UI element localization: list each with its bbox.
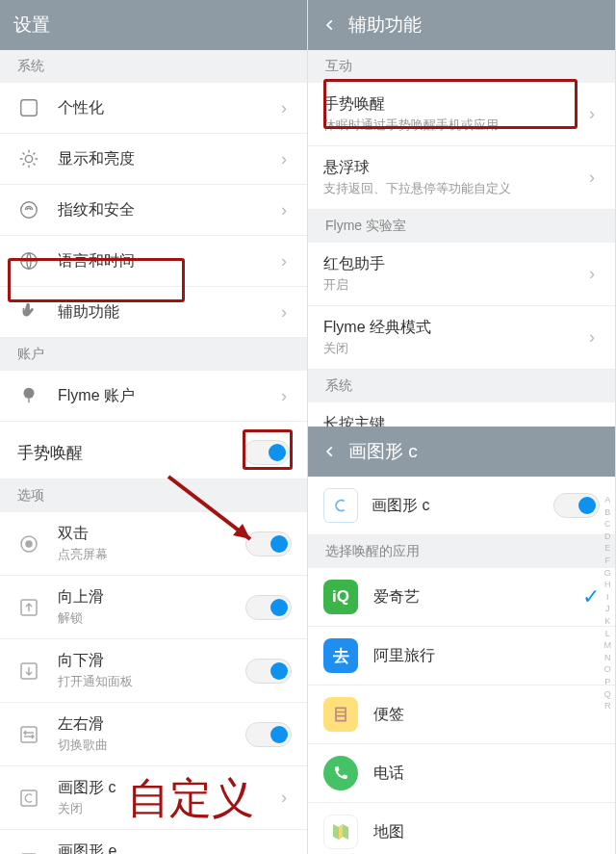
master-toggle[interactable] [244,440,290,465]
row-fingerprint-security[interactable]: 指纹和安全 › [0,185,307,236]
feature-label: 画图形 c [372,496,553,516]
row-flyme-classic[interactable]: Flyme 经典模式 关闭 › [308,306,615,370]
toggle[interactable] [245,595,292,620]
app-name: 爱奇艺 [373,587,582,608]
label: 显示和亮度 [58,149,276,169]
svg-rect-10 [21,727,37,742]
section-header-system: 系统 [0,50,307,83]
hand-icon [15,298,42,325]
label: 辅助功能 [58,302,276,323]
chevron-right-icon: › [276,149,292,169]
draw-e-icon [15,848,42,855]
svg-point-7 [26,541,32,547]
row-gesture-wake[interactable]: 手势唤醒 休眠时通过手势唤醒手机或应用 › [308,83,615,146]
label: Flyme 账户 [58,386,276,406]
title: 手势唤醒 [17,442,83,464]
app-row-iqiyi[interactable]: iQ 爱奇艺 ✓ [308,568,615,627]
toggle[interactable] [245,659,292,684]
chevron-right-icon: › [276,251,292,272]
sublabel: 开启 [323,276,584,294]
brightness-icon [15,145,42,172]
sublabel: 解锁 [58,609,245,627]
label: 红包助手 [323,254,584,274]
svg-point-2 [21,202,38,219]
row-accessibility[interactable]: 辅助功能 › [0,287,307,338]
label: 向上滑 [58,587,245,608]
app-icon-notes [323,697,358,732]
circle-dot-icon [15,531,42,557]
label: 指纹和安全 [58,200,276,220]
row-swipe-up[interactable]: 向上滑解锁 [0,576,307,639]
sublabel: 切换歌曲 [58,737,245,754]
chevron-right-icon: › [276,98,292,118]
row-swipe-down[interactable]: 向下滑打开通知面板 [0,639,307,703]
gesture-wake-master-row: 手势唤醒 [0,427,307,479]
back-icon[interactable] [321,443,339,460]
sublabel: 关闭 [58,800,276,817]
app-name: 电话 [373,763,600,784]
section-header-interaction: 互动 [308,50,615,83]
toggle[interactable] [245,531,292,556]
app-name: 便签 [373,705,600,725]
app-icon-alitravel: 去 [323,638,358,673]
label: 双击 [58,524,245,544]
chevron-right-icon: › [584,104,600,124]
panel-accessibility: 辅助功能 互动 手势唤醒 休眠时通过手势唤醒手机或应用 › 悬浮球 支持返回、下… [308,0,616,427]
personalize-icon [15,94,42,121]
feature-toggle[interactable] [553,493,600,518]
app-name: 阿里旅行 [373,646,600,666]
back-icon[interactable] [321,16,339,34]
row-floating-ball[interactable]: 悬浮球 支持返回、下拉悬停等功能自定义 › [308,146,615,210]
title: 设置 [13,13,50,38]
label: Flyme 经典模式 [323,318,584,338]
titlebar-draw-c: 画图形 c [308,427,615,477]
panel-draw-c: 画图形 c 画图形 c 选择唤醒的应用 iQ 爱奇艺 ✓ 去 阿里旅行 便签 电… [308,427,616,854]
arrows-lr-icon [15,721,42,748]
section-header-system2: 系统 [308,370,615,402]
sublabel: 打开通知面板 [58,673,245,690]
row-personalize[interactable]: 个性化 › [0,83,307,134]
svg-point-4 [24,388,35,399]
row-language-time[interactable]: 语言和时间 › [0,236,307,287]
panel-settings: 设置 系统 个性化 › 显示和亮度 › 指纹和安全 › 语言和时间 › 辅助功能 [0,0,308,427]
row-double-tap[interactable]: 双击点亮屏幕 [0,512,307,576]
app-row-phone[interactable]: 电话 [308,744,615,803]
chevron-right-icon: › [584,264,600,284]
row-swipe-lr[interactable]: 左右滑切换歌曲 [0,703,307,766]
section-header-select-app: 选择唤醒的应用 [308,535,615,568]
chevron-right-icon: › [584,327,600,348]
label: 画图形 e [58,841,276,854]
panel-gesture-wake: 手势唤醒 选项 双击点亮屏幕 向上滑解锁 向下滑打开通知面板 左右滑切换歌曲 画… [0,427,308,854]
app-row-maps[interactable]: 地图 [308,803,615,854]
chevron-right-icon: › [276,200,292,220]
app-row-alitravel[interactable]: 去 阿里旅行 [308,627,615,686]
chevron-right-icon: › [584,168,600,188]
app-name: 地图 [373,822,600,842]
chevron-right-icon: › [276,386,292,406]
alpha-index[interactable]: ABCDEFGHIJKLMNOPQR [604,494,612,712]
label: 画图形 c [58,778,276,798]
arrow-down-icon [15,658,42,685]
draw-c-icon [323,488,358,523]
row-flyme-account[interactable]: Flyme 账户 › [0,371,307,422]
titlebar-settings: 设置 [0,0,307,50]
row-draw-e[interactable]: 画图形 e关闭 › [0,830,307,854]
title: 辅助功能 [348,13,422,38]
svg-point-1 [25,155,32,162]
row-draw-c[interactable]: 画图形 c关闭 › [0,766,307,830]
label: 个性化 [58,98,276,118]
sublabel: 点亮屏幕 [58,546,245,563]
svg-rect-11 [21,790,37,806]
section-header-account: 账户 [0,338,307,371]
feature-row: 画图形 c [308,477,615,535]
sublabel: 支持返回、下拉悬停等功能自定义 [323,180,584,197]
fingerprint-icon [15,196,42,223]
app-icon-iqiyi: iQ [323,580,358,614]
section-header-options: 选项 [0,479,307,512]
app-icon-phone [323,756,358,790]
row-display-brightness[interactable]: 显示和亮度 › [0,134,307,185]
toggle[interactable] [245,722,292,747]
titlebar-accessibility: 辅助功能 [308,0,615,50]
app-row-notes[interactable]: 便签 [308,686,615,744]
row-red-packet[interactable]: 红包助手 开启 › [308,243,615,306]
